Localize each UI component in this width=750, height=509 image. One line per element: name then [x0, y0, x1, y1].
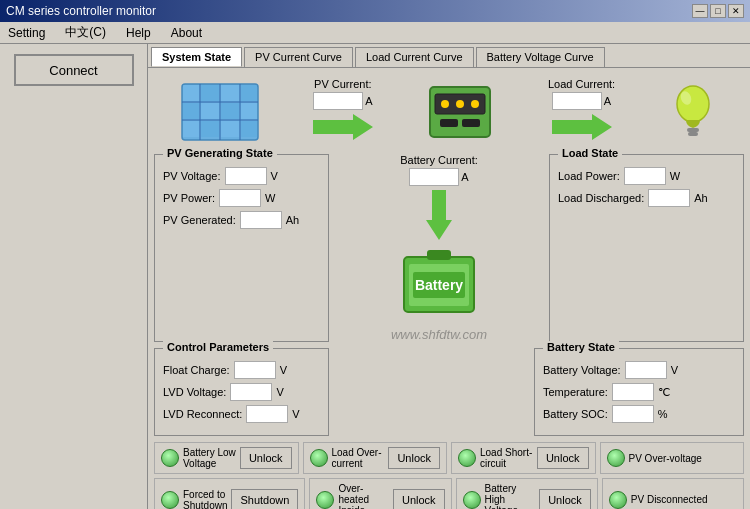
battery-voltage-unit: V: [671, 364, 678, 376]
controller-block: [425, 82, 495, 142]
alert-row-2: Forced to Shutdown Shutdown Over-heated …: [154, 478, 744, 509]
pv-voltage-input[interactable]: [225, 167, 267, 185]
battery-state-group: Battery State Battery Voltage: V Tempera…: [534, 348, 744, 436]
svg-point-22: [456, 100, 464, 108]
pv-generated-label: PV Generated:: [163, 214, 236, 226]
arrow-down-icon: [424, 190, 454, 240]
svg-marker-26: [552, 114, 612, 140]
load-state-title: Load State: [558, 147, 622, 159]
battery-soc-input[interactable]: [612, 405, 654, 423]
svg-rect-11: [201, 103, 219, 119]
battery-low-unlock-btn[interactable]: Unlock: [240, 447, 292, 469]
battery-soc-unit: %: [658, 408, 668, 420]
minimize-btn[interactable]: —: [692, 4, 708, 18]
alert-forced-shutdown: Forced to Shutdown Shutdown: [154, 478, 305, 509]
overheated-led: [316, 491, 334, 509]
load-current-unit: A: [604, 95, 611, 107]
menu-help[interactable]: Help: [122, 24, 155, 42]
tab-battery-voltage[interactable]: Battery Voltage Curve: [476, 47, 605, 67]
svg-rect-16: [221, 121, 239, 137]
menu-chinese[interactable]: 中文(C): [61, 22, 110, 43]
top-row: PV Current: A: [154, 74, 744, 146]
pv-current-arrow-block: PV Current: A: [313, 78, 373, 142]
load-current-input[interactable]: [552, 92, 602, 110]
pv-generated-unit: Ah: [286, 214, 299, 226]
battery-high-label: Battery High Voltage: [485, 483, 536, 509]
load-short-unlock-btn[interactable]: Unlock: [537, 447, 589, 469]
pv-state-title: PV Generating State: [163, 147, 277, 159]
battery-state-title: Battery State: [543, 341, 619, 353]
watermark: www.shfdtw.com: [391, 327, 487, 342]
connect-button[interactable]: Connect: [14, 54, 134, 86]
load-overcurrent-unlock-btn[interactable]: Unlock: [388, 447, 440, 469]
svg-point-23: [471, 100, 479, 108]
svg-marker-31: [426, 190, 452, 240]
svg-marker-18: [313, 114, 373, 140]
temperature-label: Temperature:: [543, 386, 608, 398]
svg-text:Battery: Battery: [415, 277, 463, 293]
menu-setting[interactable]: Setting: [4, 24, 49, 42]
overheated-unlock-btn[interactable]: Unlock: [393, 489, 445, 510]
lvd-voltage-label: LVD Voltage:: [163, 386, 226, 398]
svg-point-21: [441, 100, 449, 108]
alert-overheated: Over-heated Inside Unlock: [309, 478, 451, 509]
forced-shutdown-btn[interactable]: Shutdown: [231, 489, 298, 510]
window-title: CM series controller monitor: [6, 4, 156, 18]
close-btn[interactable]: ✕: [728, 4, 744, 18]
load-discharged-label: Load Discharged:: [558, 192, 644, 204]
float-charge-input[interactable]: [234, 361, 276, 379]
menu-bar: Setting 中文(C) Help About: [0, 22, 750, 44]
battery-voltage-input[interactable]: [625, 361, 667, 379]
load-discharged-input[interactable]: [648, 189, 690, 207]
title-bar-buttons: — □ ✕: [692, 4, 744, 18]
pv-state-group: PV Generating State PV Voltage: V PV Pow…: [154, 154, 329, 342]
alert-row-1: Battery Low Voltage Unlock Load Over-cur…: [154, 442, 744, 474]
pv-panel-icon: [180, 82, 260, 142]
pv-disconnected-label: PV Disconnected: [631, 494, 737, 505]
lvd-reconnect-unit: V: [292, 408, 299, 420]
battery-box-icon: Battery: [399, 242, 479, 322]
tabs: System State PV Current Curve Load Curre…: [148, 44, 750, 68]
svg-rect-17: [241, 121, 257, 137]
tab-pv-current[interactable]: PV Current Curve: [244, 47, 353, 67]
alert-battery-high: Battery High Voltage Unlock: [456, 478, 598, 509]
battery-low-label: Battery Low Voltage: [183, 447, 236, 469]
pv-generated-input[interactable]: [240, 211, 282, 229]
lvd-voltage-input[interactable]: [230, 383, 272, 401]
battery-voltage-label: Battery Voltage:: [543, 364, 621, 376]
load-state-group: Load State Load Power: W Load Discharged…: [549, 154, 744, 342]
maximize-btn[interactable]: □: [710, 4, 726, 18]
tab-load-current[interactable]: Load Current Curve: [355, 47, 474, 67]
menu-about[interactable]: About: [167, 24, 206, 42]
alert-battery-low: Battery Low Voltage Unlock: [154, 442, 299, 474]
lvd-reconnect-input[interactable]: [246, 405, 288, 423]
svg-rect-7: [201, 85, 219, 101]
load-current-arrow-block: Load Current: A: [548, 78, 615, 142]
battery-current-block: Battery Current: A: [400, 154, 478, 186]
load-overcurrent-label: Load Over-current: [332, 447, 385, 469]
center-area: Battery Current: A: [335, 154, 543, 342]
forced-shutdown-led: [161, 491, 179, 509]
battery-high-led: [463, 491, 481, 509]
load-power-unit: W: [670, 170, 680, 182]
pv-current-label: PV Current:: [314, 78, 371, 90]
pv-power-input[interactable]: [219, 189, 261, 207]
svg-rect-9: [241, 85, 257, 101]
pv-current-input[interactable]: [313, 92, 363, 110]
load-power-input[interactable]: [624, 167, 666, 185]
svg-rect-15: [201, 121, 219, 137]
battery-high-unlock-btn[interactable]: Unlock: [539, 489, 591, 510]
alert-section: Battery Low Voltage Unlock Load Over-cur…: [154, 442, 744, 509]
svg-rect-24: [440, 119, 458, 127]
pv-overvoltage-label: PV Over-voltage: [629, 453, 738, 464]
tab-system-state[interactable]: System State: [151, 47, 242, 67]
pv-current-unit: A: [365, 95, 372, 107]
svg-rect-33: [427, 250, 451, 260]
battery-current-input[interactable]: [409, 168, 459, 186]
alert-load-overcurrent: Load Over-current Unlock: [303, 442, 448, 474]
lvd-reconnect-label: LVD Reconnect:: [163, 408, 242, 420]
overheated-label: Over-heated Inside: [338, 483, 389, 509]
left-panel: Connect: [0, 44, 148, 509]
pv-voltage-unit: V: [271, 170, 278, 182]
temperature-input[interactable]: [612, 383, 654, 401]
